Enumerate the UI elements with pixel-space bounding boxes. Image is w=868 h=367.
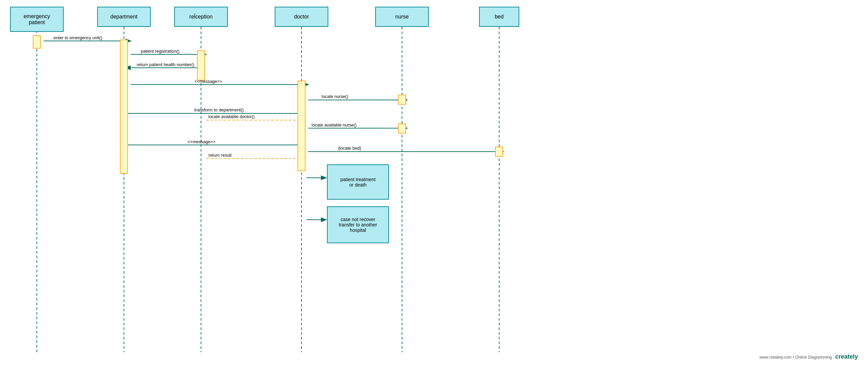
activation-doctor xyxy=(298,81,306,171)
svg-marker-29 xyxy=(321,175,327,180)
activation-reception xyxy=(197,50,205,81)
label-m4: <<message>> xyxy=(194,79,222,84)
label-m3: return patient health number() xyxy=(137,62,194,67)
diagram-container: emergency patient department reĺception … xyxy=(0,0,868,367)
actor-emergency-patient: emergency patient xyxy=(10,7,64,32)
svg-marker-31 xyxy=(321,217,327,222)
activation-bed xyxy=(495,147,503,157)
label-m11: return result xyxy=(208,153,231,158)
label-m8: locate available nurse() xyxy=(312,122,356,128)
actor-department: department xyxy=(97,7,151,27)
label-m10: [locate bed] xyxy=(338,146,361,151)
activation-nurse-1 xyxy=(398,94,406,105)
activation-department xyxy=(120,39,128,174)
svg-overlay xyxy=(0,0,868,367)
label-m6: transform to department() xyxy=(194,107,244,112)
actor-doctor: doctor xyxy=(275,7,328,27)
label-m1: enter to emergency unit() xyxy=(54,35,102,40)
note-case-not-recover: case not recover transfer to another hos… xyxy=(327,206,389,243)
note-patient-treatment: patient treatment or death xyxy=(327,164,389,200)
actor-nurse: nurse xyxy=(375,7,429,27)
label-m9: <<message>> xyxy=(188,139,215,144)
label-m2: patient registration() xyxy=(141,49,180,54)
creately-brand: creately xyxy=(835,353,858,360)
activation-nurse-2 xyxy=(398,123,406,134)
watermark: www.creately.com • Online Diagramming cr… xyxy=(760,353,858,360)
actor-bed: bed xyxy=(479,7,519,27)
label-m7: locate available doctor() xyxy=(208,114,255,119)
activation-emergency-patient xyxy=(33,35,41,49)
actor-reception: reĺception xyxy=(174,7,228,27)
label-m5: locate nurse() xyxy=(321,94,348,99)
